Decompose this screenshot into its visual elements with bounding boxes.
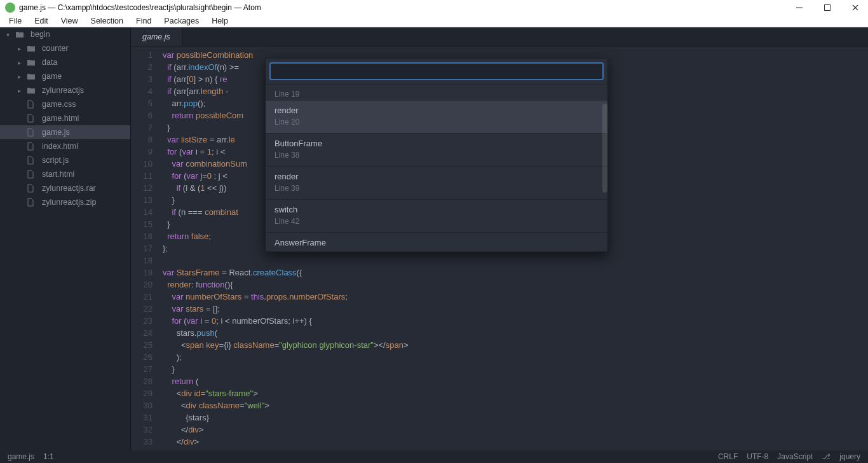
palette-item-0[interactable]: Line 19	[266, 85, 607, 100]
menu-edit[interactable]: Edit	[28, 15, 55, 27]
status-git-icon[interactable]: ⎇	[822, 452, 831, 461]
command-palette: Line 19renderLine 20ButtonFrameLine 38re…	[265, 58, 608, 252]
titlebar: game.js — C:\xampp\htdocs\testcodes\reac…	[0, 0, 868, 15]
folder-icon	[15, 31, 27, 38]
window-title: game.js — C:\xampp\htdocs\testcodes\reac…	[19, 3, 792, 12]
status-lineending[interactable]: CRLF	[718, 452, 738, 461]
tree-folder-zylunreactjs[interactable]: ▸zylunreactjs	[0, 83, 130, 97]
menu-view[interactable]: View	[55, 15, 85, 27]
tree-file-zylunreactjs-rar[interactable]: zylunreactjs.rar	[0, 181, 130, 195]
tree-folder-counter[interactable]: ▸counter	[0, 41, 130, 55]
status-encoding[interactable]: UTF-8	[747, 452, 768, 461]
palette-item-4[interactable]: switchLine 42	[266, 200, 607, 233]
status-language[interactable]: JavaScript	[777, 452, 813, 461]
palette-item-3[interactable]: renderLine 39	[266, 167, 607, 200]
tree-file-index-html[interactable]: index.html	[0, 139, 130, 153]
status-cursor[interactable]: 1:1	[43, 452, 54, 461]
file-icon	[27, 142, 38, 151]
palette-item-2[interactable]: ButtonFrameLine 38	[266, 134, 607, 167]
file-icon	[27, 184, 38, 193]
file-icon	[27, 100, 38, 109]
file-icon	[27, 114, 38, 123]
tree-file-game-html[interactable]: game.html	[0, 111, 130, 125]
folder-icon	[27, 86, 38, 94]
svg-rect-0	[825, 4, 831, 10]
gutter: 1234567891011121314151617181920212223242…	[131, 46, 159, 450]
palette-search-input[interactable]	[269, 62, 604, 80]
window-close-button[interactable]	[848, 4, 863, 11]
window-maximize-button[interactable]	[820, 4, 835, 11]
tree-file-start-html[interactable]: start.html	[0, 167, 130, 181]
tab-game-js[interactable]: game.js	[131, 27, 182, 46]
file-icon	[27, 156, 38, 165]
menu-help[interactable]: Help	[205, 15, 234, 27]
menubar: FileEditViewSelectionFindPackagesHelp	[0, 15, 868, 27]
menu-selection[interactable]: Selection	[85, 15, 130, 27]
app-window: game.js — C:\xampp\htdocs\testcodes\reac…	[0, 0, 868, 463]
file-tree[interactable]: ▾begin▸counter▸data▸game▸zylunreactjsgam…	[0, 27, 131, 450]
status-extra[interactable]: jquery	[839, 452, 860, 461]
menu-find[interactable]: Find	[130, 15, 158, 27]
statusbar: game.js 1:1 CRLF UTF-8 JavaScript ⎇ jque…	[0, 450, 868, 463]
atom-app-icon	[5, 3, 15, 13]
folder-icon	[27, 59, 38, 66]
palette-item-1[interactable]: renderLine 20	[266, 100, 607, 134]
status-file[interactable]: game.js	[8, 452, 34, 461]
file-icon	[27, 198, 38, 207]
tree-root[interactable]: ▾begin	[0, 27, 130, 41]
palette-results: Line 19renderLine 20ButtonFrameLine 38re…	[266, 84, 607, 252]
tree-file-game-css[interactable]: game.css	[0, 97, 130, 111]
tree-folder-game[interactable]: ▸game	[0, 69, 130, 83]
file-icon	[27, 170, 38, 179]
menu-packages[interactable]: Packages	[158, 15, 205, 27]
window-minimize-button[interactable]	[792, 4, 807, 11]
tabbar: game.js	[131, 27, 868, 46]
tree-file-game-js[interactable]: game.js	[0, 125, 130, 139]
palette-scrollbar-thumb[interactable]	[602, 104, 607, 193]
folder-icon	[27, 73, 38, 80]
tree-file-zylunreactjs-zip[interactable]: zylunreactjs.zip	[0, 195, 130, 209]
tree-folder-data[interactable]: ▸data	[0, 55, 130, 69]
tree-file-script-js[interactable]: script.js	[0, 153, 130, 167]
menu-file[interactable]: File	[3, 15, 28, 27]
file-icon	[27, 128, 38, 137]
palette-item-5[interactable]: AnswerFrame	[266, 233, 607, 252]
folder-icon	[27, 45, 38, 52]
